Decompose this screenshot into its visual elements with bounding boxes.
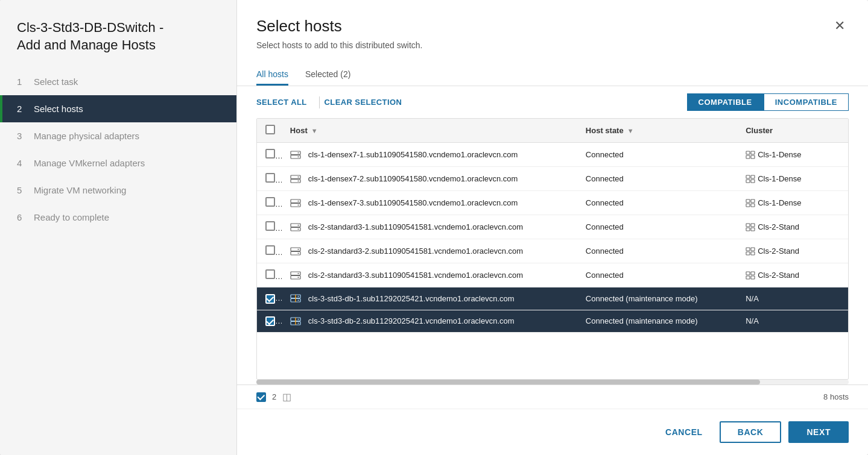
sidebar-step-6[interactable]: 6Ready to complete xyxy=(0,204,236,231)
host-column-header[interactable]: Host ▼ xyxy=(282,119,577,143)
svg-rect-8 xyxy=(291,175,300,179)
select-all-header[interactable] xyxy=(257,119,282,143)
table-row[interactable]: cls-3-std3-db-2.sub11292025421.vcndemo1.… xyxy=(257,310,848,333)
row-checkbox-cell[interactable] xyxy=(257,143,282,167)
tabs-bar: All hostsSelected (2) xyxy=(237,55,868,86)
svg-rect-6 xyxy=(746,155,750,158)
footer-selected-count: 2 xyxy=(272,392,276,401)
row-checkbox[interactable] xyxy=(265,149,275,158)
svg-point-55 xyxy=(297,322,299,324)
page-title: Select hosts xyxy=(256,17,342,36)
main-header: Select hosts ✕ xyxy=(237,0,868,36)
svg-rect-28 xyxy=(746,224,750,227)
table-row[interactable]: cls-1-densex7-1.sub11090541580.vcndemo1.… xyxy=(257,143,848,167)
svg-rect-32 xyxy=(291,248,300,251)
row-checkbox[interactable] xyxy=(265,221,275,231)
state-filter-icon[interactable]: ▼ xyxy=(627,127,634,134)
svg-point-18 xyxy=(297,200,299,201)
host-icon xyxy=(290,199,301,207)
cluster-icon xyxy=(746,247,755,256)
step-number: 1 xyxy=(17,77,28,87)
host-icon xyxy=(290,175,301,183)
hosts-table-container: Host ▼ Host state ▼ Cluster xyxy=(256,118,849,380)
host-name: cls-3-std3-db-1.sub11292025421.vcndemo1.… xyxy=(308,294,515,303)
state-column-header[interactable]: Host state ▼ xyxy=(577,119,737,143)
cluster-cell: Cls-1-Dense xyxy=(737,167,848,191)
svg-point-11 xyxy=(297,180,299,181)
sidebar-step-5[interactable]: 5Migrate VM networking xyxy=(0,177,236,204)
row-checkbox[interactable] xyxy=(265,245,275,255)
row-checkbox-cell[interactable] xyxy=(257,191,282,215)
row-checkbox[interactable] xyxy=(265,173,275,183)
row-checkbox[interactable] xyxy=(265,294,275,304)
step-label: Select task xyxy=(34,77,78,87)
host-cell: cls-2-standard3-2.sub11090541581.vcndemo… xyxy=(282,239,577,263)
state-cell: Connected xyxy=(577,215,737,239)
row-checkbox-cell[interactable] xyxy=(257,167,282,191)
svg-rect-38 xyxy=(746,252,750,255)
table-row[interactable]: cls-2-standard3-3.sub11090541581.vcndemo… xyxy=(257,263,848,287)
scrollbar-thumb[interactable] xyxy=(256,380,760,384)
svg-rect-41 xyxy=(291,275,300,279)
cluster-icon xyxy=(746,271,755,280)
sidebar-step-4[interactable]: 4Manage VMkernel adapters xyxy=(0,149,236,177)
incompatible-button[interactable]: INCOMPATIBLE xyxy=(764,93,849,111)
cluster-icon xyxy=(746,223,755,231)
cluster-cell: N/A xyxy=(737,287,848,310)
table-row[interactable]: cls-2-standard3-1.sub11090541581.vcndemo… xyxy=(257,215,848,239)
compatible-button[interactable]: COMPATIBLE xyxy=(687,93,764,111)
host-name: cls-1-densex7-2.sub11090541580.vcndemo1.… xyxy=(308,174,518,183)
row-checkbox[interactable] xyxy=(265,197,275,207)
toolbar-divider xyxy=(319,96,320,108)
row-checkbox-cell[interactable] xyxy=(257,215,282,239)
clear-selection-button[interactable]: CLEAR SELECTION xyxy=(325,95,410,109)
state-cell: Connected xyxy=(577,167,737,191)
maintenance-host-icon xyxy=(290,317,301,325)
host-filter-icon[interactable]: ▼ xyxy=(311,127,318,134)
row-checkbox-cell[interactable] xyxy=(257,239,282,263)
host-name: cls-2-standard3-3.sub11090541581.vcndemo… xyxy=(308,271,523,280)
row-checkbox[interactable] xyxy=(265,316,275,326)
svg-point-10 xyxy=(297,176,299,177)
svg-rect-5 xyxy=(751,151,755,154)
row-checkbox[interactable] xyxy=(265,269,275,279)
svg-point-42 xyxy=(297,272,299,274)
table-row[interactable]: cls-2-standard3-2.sub11090541581.vcndemo… xyxy=(257,239,848,263)
cluster-icon xyxy=(746,151,755,159)
table-row[interactable]: cls-1-densex7-2.sub11090541580.vcndemo1.… xyxy=(257,167,848,191)
header-checkbox[interactable] xyxy=(265,125,275,134)
footer-checkbox[interactable] xyxy=(256,392,266,402)
sidebar-step-1[interactable]: 1Select task xyxy=(0,68,236,95)
toolbar-right: COMPATIBLE INCOMPATIBLE xyxy=(687,93,849,111)
close-button[interactable]: ✕ xyxy=(831,18,849,34)
sidebar-step-2[interactable]: 2Select hosts xyxy=(0,95,236,122)
svg-rect-40 xyxy=(291,272,300,275)
cluster-icon xyxy=(746,199,755,207)
table-row[interactable]: cls-1-densex7-3.sub11090541580.vcndemo1.… xyxy=(257,191,848,215)
back-button[interactable]: BACK xyxy=(720,421,782,443)
svg-point-34 xyxy=(297,248,299,249)
cancel-button[interactable]: CANCEL xyxy=(656,422,712,442)
table-row[interactable]: cls-3-std3-db-1.sub11292025421.vcndemo1.… xyxy=(257,287,848,310)
host-icon xyxy=(290,247,301,256)
host-cell: cls-3-std3-db-2.sub11292025421.vcndemo1.… xyxy=(282,310,577,333)
horizontal-scrollbar[interactable] xyxy=(256,380,849,384)
next-button[interactable]: NEXT xyxy=(788,421,849,443)
host-cell: cls-1-densex7-2.sub11090541580.vcndemo1.… xyxy=(282,167,577,191)
row-checkbox-cell[interactable] xyxy=(257,287,282,310)
row-checkbox-cell[interactable] xyxy=(257,310,282,333)
maintenance-host-icon xyxy=(290,294,301,303)
tab-selected--2-[interactable]: Selected (2) xyxy=(305,64,350,86)
host-cell: cls-3-std3-db-1.sub11292025421.vcndemo1.… xyxy=(282,287,577,310)
select-all-button[interactable]: SELECT ALL xyxy=(256,95,314,109)
step-label: Migrate VM networking xyxy=(34,185,126,195)
state-cell: Connected (maintenance mode) xyxy=(577,287,737,310)
toolbar-left: SELECT ALL CLEAR SELECTION xyxy=(256,95,687,109)
row-checkbox-cell[interactable] xyxy=(257,263,282,287)
tab-all-hosts[interactable]: All hosts xyxy=(256,64,288,86)
svg-point-50 xyxy=(297,296,299,297)
svg-rect-29 xyxy=(751,224,755,227)
sidebar-step-3[interactable]: 3Manage physical adapters xyxy=(0,122,236,149)
dialog: Cls-3-Std3-DB-DSwitch - Add and Manage H… xyxy=(0,0,868,455)
footer-columns-icon[interactable]: ◫ xyxy=(282,391,291,403)
